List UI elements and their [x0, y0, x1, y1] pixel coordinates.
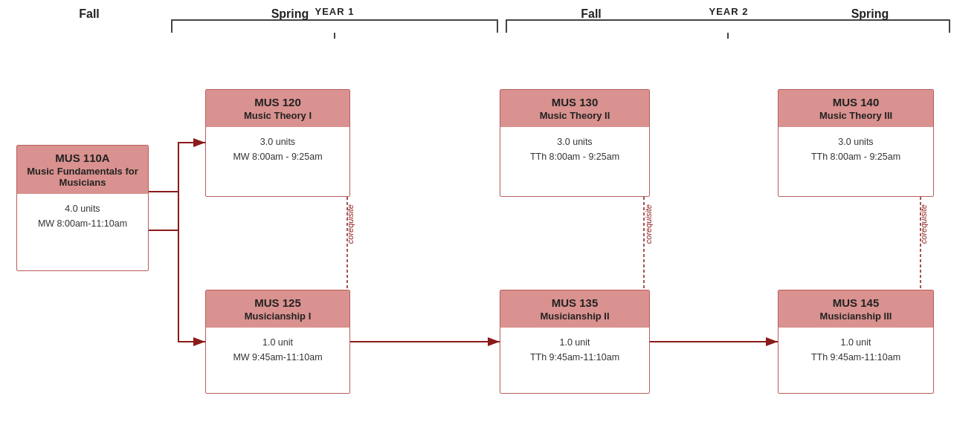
col-header-fall1: Fall	[22, 7, 156, 21]
col-header-spring1: Spring	[216, 7, 364, 21]
course-number-mus135: MUS 135	[508, 296, 642, 309]
arrow-110a-to-120	[149, 143, 205, 192]
course-mus140: MUS 140 Music Theory III 3.0 units TTh 8…	[778, 89, 934, 197]
course-units-mus140: 3.0 units	[784, 134, 927, 149]
year2-brace	[506, 19, 950, 33]
course-number-mus145: MUS 145	[786, 296, 926, 309]
course-schedule-mus120: MW 8:00am - 9:25am	[212, 149, 344, 164]
course-schedule-mus140: TTh 8:00am - 9:25am	[784, 149, 927, 164]
course-mus145: MUS 145 Musicianship III 1.0 unit TTh 9:…	[778, 290, 934, 394]
coreq-label-1: corequisite	[346, 204, 355, 244]
course-body-mus120: 3.0 units MW 8:00am - 9:25am	[206, 127, 349, 172]
course-schedule-mus145: TTh 9:45am-11:10am	[784, 350, 927, 365]
course-units-mus135: 1.0 unit	[506, 335, 643, 350]
course-units-mus125: 1.0 unit	[212, 335, 344, 350]
course-name-mus110a: Music Fundamentals for Musicians	[25, 166, 141, 188]
course-body-mus110a: 4.0 units MW 8:00am-11:10am	[17, 194, 148, 238]
course-mus110a: MUS 110A Music Fundamentals for Musician…	[16, 145, 149, 271]
course-number-mus125: MUS 125	[213, 296, 342, 309]
course-header-mus135: MUS 135 Musicianship II	[500, 290, 649, 328]
course-mus125: MUS 125 Musicianship I 1.0 unit MW 9:45a…	[205, 290, 350, 394]
course-mus135: MUS 135 Musicianship II 1.0 unit TTh 9:4…	[500, 290, 650, 394]
course-header-mus125: MUS 125 Musicianship I	[206, 290, 349, 328]
course-number-mus130: MUS 130	[508, 96, 642, 108]
course-body-mus130: 3.0 units TTh 8:00am - 9:25am	[500, 127, 649, 172]
course-number-mus110a: MUS 110A	[25, 152, 141, 164]
course-header-mus130: MUS 130 Music Theory II	[500, 90, 649, 127]
course-header-mus110a: MUS 110A Music Fundamentals for Musician…	[17, 146, 148, 194]
course-name-mus120: Music Theory I	[213, 110, 342, 121]
course-body-mus145: 1.0 unit TTh 9:45am-11:10am	[778, 328, 933, 372]
course-body-mus140: 3.0 units TTh 8:00am - 9:25am	[778, 127, 933, 172]
course-body-mus125: 1.0 unit MW 9:45am-11:10am	[206, 328, 349, 372]
course-units-mus110a: 4.0 units	[23, 201, 142, 216]
course-body-mus135: 1.0 unit TTh 9:45am-11:10am	[500, 328, 649, 372]
coreq-label-2: corequisite	[644, 204, 653, 244]
course-header-mus120: MUS 120 Music Theory I	[206, 90, 349, 127]
course-mus130: MUS 130 Music Theory II 3.0 units TTh 8:…	[500, 89, 650, 197]
course-header-mus145: MUS 145 Musicianship III	[778, 290, 933, 328]
col-header-fall2: Fall	[517, 7, 665, 21]
course-units-mus130: 3.0 units	[506, 134, 643, 149]
course-schedule-mus130: TTh 8:00am - 9:25am	[506, 149, 643, 164]
course-schedule-mus125: MW 9:45am-11:10am	[212, 350, 344, 365]
course-mus120: MUS 120 Music Theory I 3.0 units MW 8:00…	[205, 89, 350, 197]
course-units-mus145: 1.0 unit	[784, 335, 927, 350]
col-header-spring2: Spring	[788, 7, 952, 21]
arrow-110a-to-125	[149, 230, 205, 342]
course-schedule-mus110a: MW 8:00am-11:10am	[23, 216, 142, 231]
course-name-mus135: Musicianship II	[508, 311, 642, 322]
diagram: YEAR 1 YEAR 2 Fall Spring Fall Spring MU…	[0, 0, 980, 442]
course-header-mus140: MUS 140 Music Theory III	[778, 90, 933, 127]
course-number-mus120: MUS 120	[213, 96, 342, 108]
course-name-mus140: Music Theory III	[786, 110, 926, 121]
course-number-mus140: MUS 140	[786, 96, 926, 108]
course-units-mus120: 3.0 units	[212, 134, 344, 149]
course-name-mus125: Musicianship I	[213, 311, 342, 322]
coreq-label-3: corequisite	[919, 204, 928, 244]
course-schedule-mus135: TTh 9:45am-11:10am	[506, 350, 643, 365]
course-name-mus145: Musicianship III	[786, 311, 926, 322]
year1-brace	[171, 19, 498, 33]
course-name-mus130: Music Theory II	[508, 110, 642, 121]
